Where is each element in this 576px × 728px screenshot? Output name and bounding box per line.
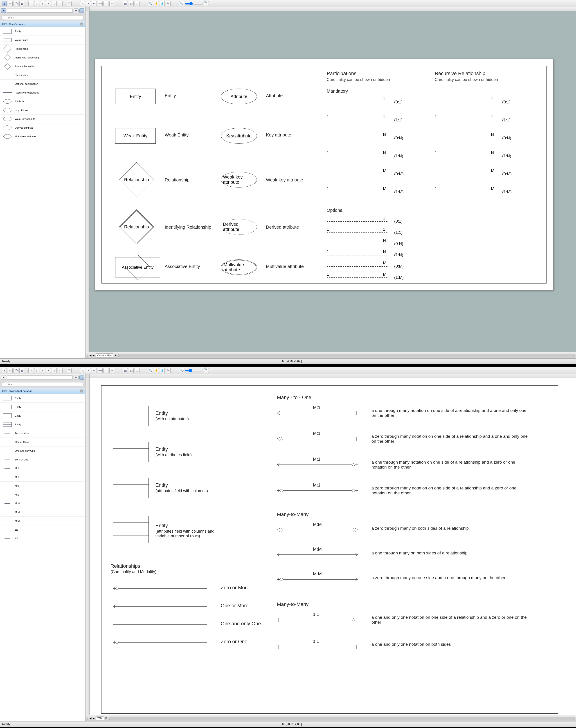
line-4[interactable]: ⟿	[98, 368, 103, 373]
palette-item-0[interactable]: Entity	[0, 394, 85, 403]
palette-item-10[interactable]: M:1	[0, 482, 85, 490]
palette-item-11[interactable]: M:1	[0, 490, 85, 499]
search-icon[interactable]: 🔍	[80, 8, 84, 13]
palette-item-6[interactable]: Optional participation	[0, 80, 85, 88]
oval-tool[interactable]: ◯	[13, 368, 19, 373]
pick-tool[interactable]: ✎	[166, 368, 171, 373]
group-3[interactable]: ◫	[135, 1, 140, 6]
view-grid-icon[interactable]: ⊞	[74, 8, 79, 13]
recursive-title: Recursive Relationship	[435, 70, 485, 77]
connector-2[interactable]: ┐	[34, 1, 39, 6]
palette-item-4[interactable]: Zero or More	[0, 429, 85, 438]
connector-3[interactable]: ↘	[40, 368, 45, 373]
search-icon[interactable]: 🔍	[80, 375, 84, 380]
palette-item-3[interactable]: Identifying relationship	[0, 53, 85, 62]
line-6[interactable]: ⊹	[109, 368, 114, 373]
stamp-tool[interactable]: 💧	[160, 1, 165, 6]
zoom-tool[interactable]: 🔍	[148, 368, 153, 373]
palette-item-5[interactable]: One or More	[0, 438, 85, 447]
view-grid-icon[interactable]: ⊞	[74, 375, 79, 380]
connector-4[interactable]: ↗	[46, 368, 51, 373]
zoom-out[interactable]: 🔍-	[179, 368, 184, 373]
group-1[interactable]: ◫	[123, 368, 128, 373]
palette-item-0[interactable]: Entity	[0, 27, 85, 36]
connector-4[interactable]: ↗	[46, 1, 51, 6]
palette-item-7[interactable]: Recursive relationship	[0, 88, 85, 97]
stamp-tool[interactable]: 💧	[160, 368, 165, 373]
rect-tool[interactable]: ▭	[8, 1, 12, 6]
palette-item-4[interactable]: Associative entity	[0, 62, 85, 71]
palette-item-12[interactable]: M:M	[0, 499, 85, 508]
connector-1[interactable]: └	[28, 368, 33, 373]
line-5[interactable]: ⋮	[104, 1, 109, 6]
connector-5[interactable]: ┌	[52, 1, 57, 6]
zoom-in[interactable]: 🔍+	[204, 1, 209, 6]
palette-item-13[interactable]: M:M	[0, 508, 85, 517]
hand-tool[interactable]: ✋	[154, 1, 159, 6]
palette-item-6[interactable]: One and only One	[0, 447, 85, 455]
rect-tool[interactable]: ▭	[8, 368, 12, 373]
pick-tool[interactable]: ✎	[166, 1, 171, 6]
zoom-label[interactable]: Custom 79%	[96, 354, 113, 358]
connector-1[interactable]: └	[28, 1, 33, 6]
palette-item-11[interactable]: Derived attribute	[0, 123, 85, 132]
line-6[interactable]: ⊹	[109, 1, 114, 6]
sidebar: ⊞ ⊞ 🔍 ERD, crow's foot notation × Entity…	[0, 374, 86, 721]
connector-6[interactable]: ┘	[58, 368, 62, 373]
palette-item-15[interactable]: 1:1	[0, 525, 85, 534]
palette-item-9[interactable]: M:1	[0, 473, 85, 482]
view-tree-icon[interactable]: ⊞	[1, 375, 6, 380]
search-input[interactable]	[2, 15, 84, 20]
palette-item-2[interactable]: Relationship	[0, 44, 85, 53]
rect-dbl-icon	[2, 37, 12, 43]
line-3[interactable]: ⤳	[92, 1, 97, 6]
zoom-tool[interactable]: 🔍	[148, 1, 153, 6]
palette-item-3[interactable]: Entity	[0, 420, 85, 429]
connector-5[interactable]: ┌	[52, 368, 57, 373]
grid-tool[interactable]: ▦	[19, 368, 24, 373]
zoom-in[interactable]: 🔍+	[204, 368, 209, 373]
close-icon[interactable]: ×	[80, 389, 83, 393]
palette-item-9[interactable]: Key attribute	[0, 106, 85, 115]
palette-item-12[interactable]: Multivalue attribute	[0, 132, 85, 141]
palette-item-16[interactable]: 1:1	[0, 534, 85, 543]
close-icon[interactable]: ×	[80, 23, 83, 26]
line-5[interactable]: ⋮	[104, 368, 109, 373]
palette-item-10[interactable]: Weak key attribute	[0, 115, 85, 123]
line-2[interactable]: ╲	[86, 368, 91, 373]
zoom-label[interactable]: 75%	[96, 716, 104, 720]
line-4[interactable]: ⟿	[98, 1, 103, 6]
oval-tool[interactable]: ◯	[13, 1, 19, 6]
palette-item-1[interactable]: Weak entity	[0, 36, 85, 44]
palette-item-1[interactable]: Entity	[0, 403, 85, 412]
connector-2[interactable]: ┐	[34, 368, 39, 373]
group-2[interactable]: ◫	[129, 368, 134, 373]
zoom-slider[interactable]	[185, 2, 203, 5]
group-2[interactable]: ◫	[129, 1, 134, 6]
view-tree-icon[interactable]: ⊞	[1, 8, 6, 13]
palette-item-2[interactable]: Entity	[0, 412, 85, 420]
palette-item-8[interactable]: Attribute	[0, 97, 85, 106]
connector-6[interactable]: ┘	[58, 1, 62, 6]
paste-tool[interactable]: 📋	[66, 368, 71, 373]
search-input[interactable]	[2, 382, 84, 387]
palette-item-8[interactable]: M:1	[0, 464, 85, 473]
zoom-out[interactable]: 🔍-	[179, 1, 184, 6]
zoom-slider[interactable]	[185, 369, 203, 372]
line-2[interactable]: ╲	[86, 1, 91, 6]
line-1[interactable]: ╲	[80, 1, 85, 6]
hand-tool[interactable]: ✋	[154, 368, 159, 373]
palette-item-14[interactable]: M:M	[0, 517, 85, 525]
paste-tool[interactable]: 📋	[66, 1, 71, 6]
palette-item-5[interactable]: Participation	[0, 71, 85, 80]
group-1[interactable]: ◫	[123, 1, 128, 6]
pointer-tool[interactable]: ▲	[2, 368, 7, 373]
group-3[interactable]: ◫	[135, 368, 140, 373]
m1-relationship	[277, 462, 358, 468]
connector-3[interactable]: ↘	[40, 1, 45, 6]
pointer-tool[interactable]: ▲	[2, 1, 7, 6]
palette-item-7[interactable]: Zero or One	[0, 455, 85, 464]
line-3[interactable]: ⤳	[92, 368, 97, 373]
grid-tool[interactable]: ▦	[19, 1, 24, 6]
line-1[interactable]: ╲	[80, 368, 85, 373]
